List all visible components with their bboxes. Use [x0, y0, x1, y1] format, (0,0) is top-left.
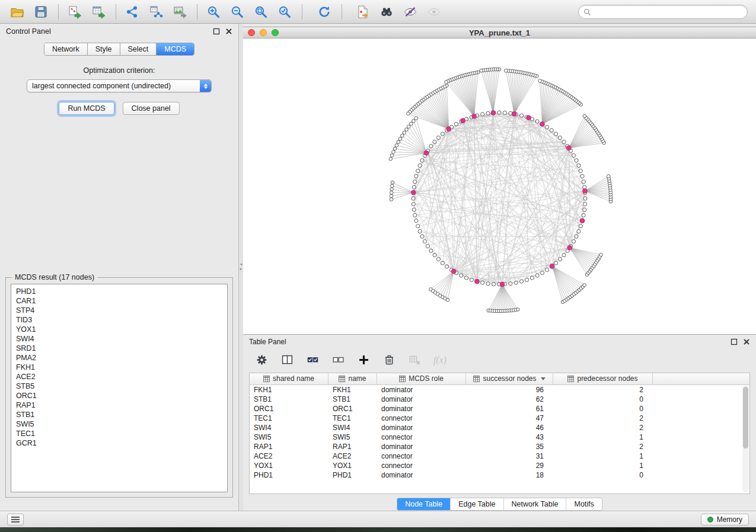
table-row[interactable]: SWI5SWI5connector431	[250, 432, 749, 442]
zoom-selected-button[interactable]	[273, 2, 296, 21]
function-builder-button[interactable]: f(x)	[432, 353, 448, 367]
close-panel-icon[interactable]	[225, 28, 232, 36]
cell-role: dominator	[377, 395, 466, 404]
import-network-button[interactable]	[63, 2, 86, 21]
cell-successors: 43	[466, 432, 553, 442]
scrollbar-thumb[interactable]	[743, 387, 748, 449]
run-mcds-button[interactable]: Run MCDS	[59, 102, 114, 115]
export-image-button[interactable]	[168, 2, 191, 21]
column-header-MCDS-role[interactable]: MCDS role	[377, 373, 466, 384]
table-row[interactable]: ACE2ACE2connector311	[250, 451, 749, 461]
criterion-select[interactable]: largest connected component (undirected)	[27, 79, 212, 92]
close-panel-icon[interactable]	[742, 338, 750, 345]
close-window-icon[interactable]	[248, 29, 255, 36]
mcds-result-list[interactable]: PHD1CAR1STP4TID3YOX1SWI4SRD1PMA2FKH1ACE2…	[11, 284, 228, 492]
table-row[interactable]: YOX1YOX1connector291	[250, 461, 749, 470]
mcds-result-item[interactable]: TEC1	[16, 429, 222, 438]
tab-network-table[interactable]: Network Table	[504, 498, 567, 510]
global-search-field[interactable]	[578, 5, 748, 19]
table-row[interactable]: STB1STB1dominator620	[250, 395, 749, 404]
mcds-result-item[interactable]: PMA2	[16, 353, 222, 363]
cell-role: connector	[377, 461, 466, 470]
tab-select[interactable]: Select	[120, 43, 157, 55]
import-table-button[interactable]	[87, 2, 110, 21]
network-canvas[interactable]	[243, 39, 756, 335]
table-row[interactable]: ORC1ORC1dominator610	[250, 404, 749, 414]
cell-predecessors: 0	[553, 404, 653, 414]
column-header-name[interactable]: name	[328, 373, 377, 384]
new-network-button[interactable]	[121, 2, 143, 21]
mcds-result-item[interactable]: SRD1	[16, 344, 222, 353]
tab-mcds[interactable]: MCDS	[157, 43, 194, 55]
mcds-result-item[interactable]: GCR1	[16, 438, 222, 448]
mcds-result-item[interactable]: SWI5	[16, 419, 222, 429]
table-scrollbar[interactable]	[742, 386, 749, 492]
network-graph[interactable]	[243, 39, 756, 335]
zoom-out-button[interactable]	[226, 2, 248, 21]
cell-successors: 35	[466, 442, 553, 451]
open-file-button[interactable]	[6, 2, 28, 21]
table-row[interactable]: TEC1TEC1connector472	[250, 414, 749, 423]
select-all-button[interactable]	[305, 353, 320, 367]
tab-style[interactable]: Style	[88, 43, 120, 55]
mcds-result-item[interactable]: STB5	[16, 382, 222, 391]
table-row[interactable]: SWI4SWI4dominator462	[250, 423, 749, 432]
mcds-result-item[interactable]: FKH1	[16, 363, 222, 372]
clear-table-button[interactable]	[407, 353, 422, 367]
search-network-button[interactable]	[375, 2, 398, 21]
maximize-window-icon[interactable]	[272, 29, 279, 36]
table-clear-icon	[409, 354, 421, 366]
float-panel-icon[interactable]	[212, 28, 220, 36]
zoom-in-button[interactable]	[202, 2, 225, 21]
column-header-shared-name[interactable]: shared name	[250, 373, 328, 384]
close-panel-button[interactable]: Close panel	[123, 102, 180, 115]
column-label: MCDS role	[409, 374, 444, 383]
mcds-result-title: MCDS result (17 nodes)	[12, 273, 97, 281]
mcds-result-item[interactable]: ACE2	[16, 372, 222, 382]
apply-layout-button[interactable]	[313, 2, 336, 21]
mcds-result-item[interactable]: ORC1	[16, 391, 222, 400]
trash-icon	[383, 354, 395, 366]
panel-splitter[interactable]: ◂▸	[239, 24, 243, 511]
float-panel-icon[interactable]	[730, 338, 738, 345]
show-graphics-details-button[interactable]	[399, 2, 422, 21]
column-type-icon	[473, 376, 480, 382]
export-document-button[interactable]	[352, 2, 374, 21]
delete-column-button[interactable]	[381, 353, 397, 367]
tab-network[interactable]: Network	[44, 43, 88, 55]
mcds-result-item[interactable]: STB1	[16, 410, 222, 419]
column-header-predecessor-nodes[interactable]: predecessor nodes	[553, 373, 653, 384]
add-column-button[interactable]	[356, 353, 371, 367]
search-input[interactable]	[594, 7, 742, 17]
tab-motifs[interactable]: Motifs	[566, 498, 601, 510]
mcds-result-item[interactable]: RAP1	[16, 400, 222, 410]
show-columns-button[interactable]	[279, 353, 295, 367]
mcds-result-item[interactable]: STP4	[16, 306, 222, 315]
mcds-result-item[interactable]: PHD1	[16, 287, 222, 296]
sort-chevron-icon	[541, 377, 546, 380]
memory-status-icon	[707, 517, 713, 523]
mcds-result-item[interactable]: SWI4	[16, 334, 222, 344]
deselect-all-button[interactable]	[330, 353, 346, 367]
minimize-window-icon[interactable]	[260, 29, 267, 36]
table-row[interactable]: RAP1RAP1dominator352	[250, 442, 749, 451]
zoom-fit-button[interactable]	[250, 2, 272, 21]
mcds-result-item[interactable]: YOX1	[16, 325, 222, 334]
clone-network-button[interactable]	[145, 2, 167, 21]
mcds-result-item[interactable]: TID3	[16, 315, 222, 325]
memory-button[interactable]: Memory	[701, 514, 749, 525]
hide-details-button[interactable]	[423, 2, 445, 21]
task-history-button[interactable]	[7, 514, 24, 525]
column-header-successor-nodes[interactable]: successor nodes	[466, 373, 553, 384]
tab-node-table[interactable]: Node Table	[397, 498, 451, 510]
save-session-button[interactable]	[30, 2, 52, 21]
select-all-icon	[307, 354, 319, 366]
splitter-handle-icon[interactable]: ◂▸	[239, 262, 243, 271]
network-window-titlebar[interactable]: YPA_prune.txt_1	[243, 27, 756, 39]
table-row[interactable]: PHD1PHD1dominator180	[250, 470, 749, 480]
table-row[interactable]: FKH1FKH1dominator962	[250, 385, 749, 395]
table-settings-button[interactable]	[254, 353, 269, 367]
cell-shared_name: PHD1	[250, 470, 328, 480]
tab-edge-table[interactable]: Edge Table	[451, 498, 503, 510]
mcds-result-item[interactable]: CAR1	[16, 296, 222, 306]
